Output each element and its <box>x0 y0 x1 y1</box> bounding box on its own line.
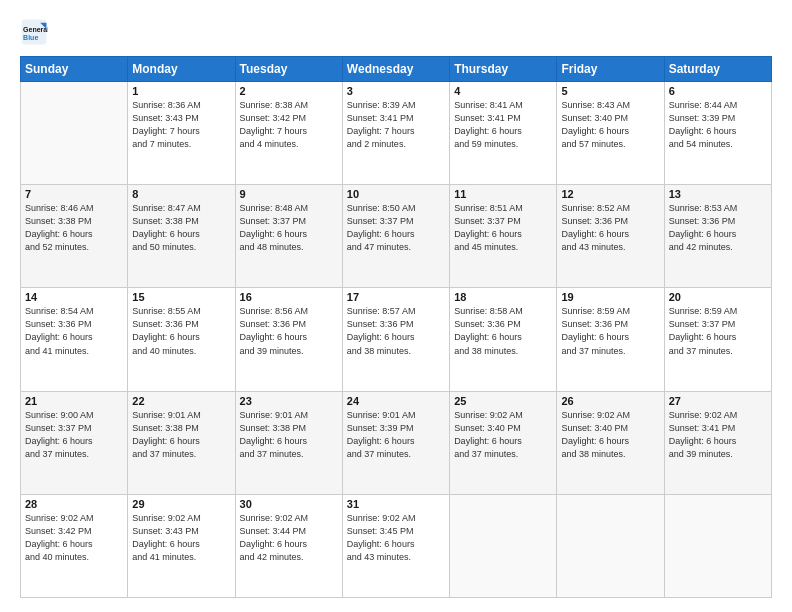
day-number: 17 <box>347 291 445 303</box>
day-number: 3 <box>347 85 445 97</box>
day-info: Sunrise: 9:01 AM Sunset: 3:38 PM Dayligh… <box>132 409 230 461</box>
calendar-cell: 31Sunrise: 9:02 AM Sunset: 3:45 PM Dayli… <box>342 494 449 597</box>
calendar-cell: 24Sunrise: 9:01 AM Sunset: 3:39 PM Dayli… <box>342 391 449 494</box>
calendar-cell <box>21 82 128 185</box>
day-number: 8 <box>132 188 230 200</box>
day-number: 15 <box>132 291 230 303</box>
day-number: 20 <box>669 291 767 303</box>
day-number: 28 <box>25 498 123 510</box>
calendar-cell: 9Sunrise: 8:48 AM Sunset: 3:37 PM Daylig… <box>235 185 342 288</box>
day-info: Sunrise: 8:58 AM Sunset: 3:36 PM Dayligh… <box>454 305 552 357</box>
day-number: 10 <box>347 188 445 200</box>
col-header-monday: Monday <box>128 57 235 82</box>
day-number: 2 <box>240 85 338 97</box>
day-info: Sunrise: 8:55 AM Sunset: 3:36 PM Dayligh… <box>132 305 230 357</box>
week-row-1: 1Sunrise: 8:36 AM Sunset: 3:43 PM Daylig… <box>21 82 772 185</box>
day-number: 1 <box>132 85 230 97</box>
week-row-5: 28Sunrise: 9:02 AM Sunset: 3:42 PM Dayli… <box>21 494 772 597</box>
day-info: Sunrise: 8:52 AM Sunset: 3:36 PM Dayligh… <box>561 202 659 254</box>
calendar-cell <box>557 494 664 597</box>
calendar-cell: 23Sunrise: 9:01 AM Sunset: 3:38 PM Dayli… <box>235 391 342 494</box>
calendar-cell: 29Sunrise: 9:02 AM Sunset: 3:43 PM Dayli… <box>128 494 235 597</box>
calendar-cell: 12Sunrise: 8:52 AM Sunset: 3:36 PM Dayli… <box>557 185 664 288</box>
calendar-cell: 25Sunrise: 9:02 AM Sunset: 3:40 PM Dayli… <box>450 391 557 494</box>
day-info: Sunrise: 9:02 AM Sunset: 3:40 PM Dayligh… <box>561 409 659 461</box>
day-number: 30 <box>240 498 338 510</box>
day-info: Sunrise: 9:02 AM Sunset: 3:42 PM Dayligh… <box>25 512 123 564</box>
day-number: 5 <box>561 85 659 97</box>
day-number: 24 <box>347 395 445 407</box>
calendar-cell <box>664 494 771 597</box>
day-info: Sunrise: 9:02 AM Sunset: 3:41 PM Dayligh… <box>669 409 767 461</box>
calendar-cell: 27Sunrise: 9:02 AM Sunset: 3:41 PM Dayli… <box>664 391 771 494</box>
calendar-cell: 18Sunrise: 8:58 AM Sunset: 3:36 PM Dayli… <box>450 288 557 391</box>
day-info: Sunrise: 8:41 AM Sunset: 3:41 PM Dayligh… <box>454 99 552 151</box>
col-header-saturday: Saturday <box>664 57 771 82</box>
col-header-tuesday: Tuesday <box>235 57 342 82</box>
day-info: Sunrise: 9:02 AM Sunset: 3:44 PM Dayligh… <box>240 512 338 564</box>
day-info: Sunrise: 8:36 AM Sunset: 3:43 PM Dayligh… <box>132 99 230 151</box>
day-number: 6 <box>669 85 767 97</box>
day-number: 7 <box>25 188 123 200</box>
day-number: 18 <box>454 291 552 303</box>
day-number: 14 <box>25 291 123 303</box>
calendar-table: SundayMondayTuesdayWednesdayThursdayFrid… <box>20 56 772 598</box>
col-header-thursday: Thursday <box>450 57 557 82</box>
day-number: 19 <box>561 291 659 303</box>
day-info: Sunrise: 8:53 AM Sunset: 3:36 PM Dayligh… <box>669 202 767 254</box>
day-number: 12 <box>561 188 659 200</box>
day-info: Sunrise: 9:00 AM Sunset: 3:37 PM Dayligh… <box>25 409 123 461</box>
col-header-friday: Friday <box>557 57 664 82</box>
day-info: Sunrise: 8:59 AM Sunset: 3:37 PM Dayligh… <box>669 305 767 357</box>
day-number: 13 <box>669 188 767 200</box>
svg-text:Blue: Blue <box>23 34 38 41</box>
day-number: 9 <box>240 188 338 200</box>
day-info: Sunrise: 9:02 AM Sunset: 3:45 PM Dayligh… <box>347 512 445 564</box>
day-info: Sunrise: 8:56 AM Sunset: 3:36 PM Dayligh… <box>240 305 338 357</box>
day-number: 22 <box>132 395 230 407</box>
day-number: 11 <box>454 188 552 200</box>
day-info: Sunrise: 8:47 AM Sunset: 3:38 PM Dayligh… <box>132 202 230 254</box>
calendar-cell: 28Sunrise: 9:02 AM Sunset: 3:42 PM Dayli… <box>21 494 128 597</box>
day-info: Sunrise: 9:01 AM Sunset: 3:38 PM Dayligh… <box>240 409 338 461</box>
calendar-cell: 15Sunrise: 8:55 AM Sunset: 3:36 PM Dayli… <box>128 288 235 391</box>
calendar-cell: 16Sunrise: 8:56 AM Sunset: 3:36 PM Dayli… <box>235 288 342 391</box>
logo: General Blue <box>20 18 52 46</box>
day-info: Sunrise: 8:44 AM Sunset: 3:39 PM Dayligh… <box>669 99 767 151</box>
logo-icon: General Blue <box>20 18 48 46</box>
calendar-cell: 6Sunrise: 8:44 AM Sunset: 3:39 PM Daylig… <box>664 82 771 185</box>
calendar-cell: 14Sunrise: 8:54 AM Sunset: 3:36 PM Dayli… <box>21 288 128 391</box>
calendar-cell: 11Sunrise: 8:51 AM Sunset: 3:37 PM Dayli… <box>450 185 557 288</box>
calendar-cell: 8Sunrise: 8:47 AM Sunset: 3:38 PM Daylig… <box>128 185 235 288</box>
day-info: Sunrise: 8:48 AM Sunset: 3:37 PM Dayligh… <box>240 202 338 254</box>
day-info: Sunrise: 8:46 AM Sunset: 3:38 PM Dayligh… <box>25 202 123 254</box>
calendar-cell: 4Sunrise: 8:41 AM Sunset: 3:41 PM Daylig… <box>450 82 557 185</box>
calendar-cell: 3Sunrise: 8:39 AM Sunset: 3:41 PM Daylig… <box>342 82 449 185</box>
calendar-cell: 5Sunrise: 8:43 AM Sunset: 3:40 PM Daylig… <box>557 82 664 185</box>
day-info: Sunrise: 8:51 AM Sunset: 3:37 PM Dayligh… <box>454 202 552 254</box>
header: General Blue <box>20 18 772 46</box>
day-info: Sunrise: 8:57 AM Sunset: 3:36 PM Dayligh… <box>347 305 445 357</box>
col-header-wednesday: Wednesday <box>342 57 449 82</box>
day-info: Sunrise: 8:50 AM Sunset: 3:37 PM Dayligh… <box>347 202 445 254</box>
day-info: Sunrise: 8:38 AM Sunset: 3:42 PM Dayligh… <box>240 99 338 151</box>
page: General Blue SundayMondayTuesdayWednesda… <box>0 0 792 612</box>
calendar-cell: 21Sunrise: 9:00 AM Sunset: 3:37 PM Dayli… <box>21 391 128 494</box>
calendar-cell: 7Sunrise: 8:46 AM Sunset: 3:38 PM Daylig… <box>21 185 128 288</box>
svg-text:General: General <box>23 26 48 33</box>
day-number: 31 <box>347 498 445 510</box>
day-info: Sunrise: 8:54 AM Sunset: 3:36 PM Dayligh… <box>25 305 123 357</box>
calendar-cell: 1Sunrise: 8:36 AM Sunset: 3:43 PM Daylig… <box>128 82 235 185</box>
day-info: Sunrise: 8:39 AM Sunset: 3:41 PM Dayligh… <box>347 99 445 151</box>
calendar-header-row: SundayMondayTuesdayWednesdayThursdayFrid… <box>21 57 772 82</box>
day-info: Sunrise: 9:02 AM Sunset: 3:40 PM Dayligh… <box>454 409 552 461</box>
day-number: 4 <box>454 85 552 97</box>
calendar-cell: 13Sunrise: 8:53 AM Sunset: 3:36 PM Dayli… <box>664 185 771 288</box>
day-number: 29 <box>132 498 230 510</box>
week-row-2: 7Sunrise: 8:46 AM Sunset: 3:38 PM Daylig… <box>21 185 772 288</box>
day-number: 25 <box>454 395 552 407</box>
day-info: Sunrise: 8:43 AM Sunset: 3:40 PM Dayligh… <box>561 99 659 151</box>
calendar-cell: 30Sunrise: 9:02 AM Sunset: 3:44 PM Dayli… <box>235 494 342 597</box>
col-header-sunday: Sunday <box>21 57 128 82</box>
day-number: 27 <box>669 395 767 407</box>
